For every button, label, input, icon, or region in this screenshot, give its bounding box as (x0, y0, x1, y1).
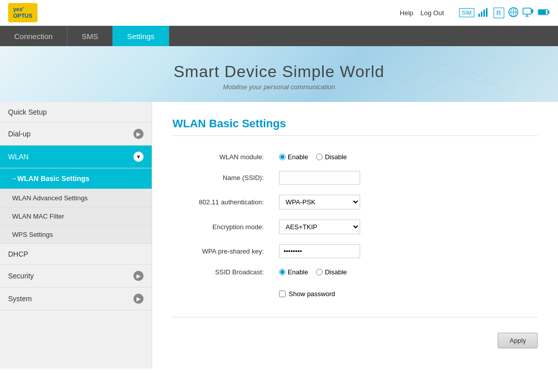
globe-icon (508, 7, 518, 19)
sidebar-item-wlan-basic-label: →WLAN Basic Settings (10, 174, 89, 183)
show-password-row: Show password (172, 281, 538, 307)
status-icons: SIM R (459, 7, 550, 19)
nav-bar: Connection SMS Settings (0, 26, 558, 46)
sidebar-item-dialup-label: Dial-up (8, 130, 30, 138)
svg-rect-14 (548, 11, 549, 14)
wlan-module-label: WLAN module: (172, 148, 274, 166)
form-divider (172, 317, 538, 317)
svg-rect-3 (486, 8, 487, 17)
ssid-broadcast-label: SSID Broadcast: (172, 263, 274, 281)
svg-rect-11 (532, 9, 533, 13)
wpa-key-row: WPA pre-shared key: (172, 239, 538, 263)
ssid-row: Name (SSID): (172, 166, 538, 190)
security-arrow-icon: ▶ (133, 271, 144, 281)
help-link[interactable]: Help (400, 9, 413, 17)
encryption-row: Encryption mode: AES+TKIP AES TKIP (172, 215, 538, 239)
banner-wave (279, 46, 558, 102)
main-layout: Quick Setup Dial-up ▶ WLAN ▼ →WLAN Basic… (0, 102, 558, 369)
ssid-broadcast-enable-text: Enable (288, 268, 308, 276)
r-icon: R (494, 8, 504, 18)
show-password-label[interactable]: Show password (279, 286, 533, 302)
wlan-module-radio-group: Enable Disable (279, 153, 533, 161)
sim-icon: SIM (459, 8, 474, 17)
sidebar-item-dialup[interactable]: Dial-up ▶ (0, 123, 152, 146)
dialup-arrow-icon: ▶ (133, 129, 144, 139)
sidebar-item-system[interactable]: System ▶ (0, 288, 152, 310)
ssid-broadcast-disable-radio[interactable] (316, 269, 323, 275)
monitor-icon (522, 8, 534, 18)
nav-sms[interactable]: SMS (67, 26, 113, 46)
logout-link[interactable]: Log Out (421, 9, 444, 17)
sidebar-item-wlan[interactable]: WLAN ▼ (0, 146, 152, 168)
encryption-label: Encryption mode: (172, 215, 274, 239)
wlan-module-row: WLAN module: Enable Disable (172, 148, 538, 166)
ssid-broadcast-enable-label[interactable]: Enable (279, 268, 308, 276)
sidebar-item-wlan-advanced-label: WLAN Advanced Settings (12, 194, 88, 202)
apply-row: Apply (172, 328, 538, 353)
show-password-checkbox[interactable] (279, 291, 286, 297)
settings-form: WLAN module: Enable Disable (172, 148, 538, 307)
logo-line1: yes' (13, 6, 32, 13)
sidebar-item-dhcp[interactable]: DHCP (0, 244, 152, 265)
wpa-key-label: WPA pre-shared key: (172, 239, 274, 263)
sidebar-item-system-label: System (8, 295, 32, 303)
logo-line2: OPTUS (13, 13, 32, 19)
auth-select[interactable]: WPA-PSK WPA2-PSK WPA-PSK/WPA2-PSK Open S… (279, 195, 360, 209)
ssid-broadcast-disable-text: Disable (325, 268, 346, 276)
wlan-enable-label[interactable]: Enable (279, 153, 308, 161)
sidebar-item-security-label: Security (8, 272, 34, 280)
sidebar-item-wps[interactable]: WPS Settings (0, 226, 152, 244)
sidebar-item-wlan-advanced[interactable]: WLAN Advanced Settings (0, 189, 152, 207)
nav-connection[interactable]: Connection (0, 26, 67, 46)
ssid-broadcast-radio-group: Enable Disable (279, 268, 533, 276)
auth-label: 802.11 authentication: (172, 190, 274, 215)
svg-rect-2 (483, 10, 485, 17)
top-bar: yes' OPTUS Help Log Out SIM R (0, 0, 558, 26)
signal-icon (478, 8, 490, 18)
apply-button[interactable]: Apply (498, 333, 538, 348)
wlan-enable-text: Enable (288, 153, 308, 161)
battery-icon (538, 8, 550, 18)
nav-settings[interactable]: Settings (113, 26, 169, 46)
wlan-disable-text: Disable (325, 153, 346, 161)
top-links: Help Log Out (400, 9, 444, 17)
sidebar-item-dhcp-label: DHCP (8, 250, 28, 258)
logo: yes' OPTUS (8, 3, 38, 22)
ssid-label: Name (SSID): (172, 166, 274, 190)
sidebar-item-quick-setup[interactable]: Quick Setup (0, 102, 152, 123)
svg-rect-8 (523, 8, 531, 14)
svg-rect-1 (481, 12, 482, 17)
wlan-enable-radio[interactable] (279, 154, 286, 160)
ssid-broadcast-enable-radio[interactable] (279, 269, 286, 275)
system-arrow-icon: ▶ (133, 294, 144, 304)
svg-rect-0 (478, 14, 480, 17)
svg-rect-13 (539, 10, 546, 14)
sidebar-item-wlan-basic[interactable]: →WLAN Basic Settings (0, 168, 152, 189)
wlan-arrow-icon: ▼ (133, 152, 144, 162)
wlan-disable-label[interactable]: Disable (316, 153, 346, 161)
sidebar-item-wlan-label: WLAN (8, 153, 28, 161)
encryption-select[interactable]: AES+TKIP AES TKIP (279, 220, 360, 234)
page-title: WLAN Basic Settings (172, 117, 538, 136)
sidebar-item-wlan-mac-label: WLAN MAC Filter (12, 212, 64, 220)
wpa-key-input[interactable] (279, 244, 360, 258)
ssid-broadcast-row: SSID Broadcast: Enable Disable (172, 263, 538, 281)
wlan-disable-radio[interactable] (316, 154, 323, 160)
sidebar-item-wps-label: WPS Settings (12, 231, 53, 238)
auth-row: 802.11 authentication: WPA-PSK WPA2-PSK … (172, 190, 538, 215)
sidebar: Quick Setup Dial-up ▶ WLAN ▼ →WLAN Basic… (0, 102, 152, 369)
top-right: Help Log Out SIM R (400, 7, 550, 19)
ssid-input[interactable] (279, 171, 360, 185)
sidebar-item-quick-setup-label: Quick Setup (8, 108, 47, 116)
ssid-broadcast-disable-label[interactable]: Disable (316, 268, 346, 276)
content-area: WLAN Basic Settings WLAN module: Enable … (152, 102, 558, 369)
show-password-text: Show password (289, 290, 335, 298)
sidebar-item-security[interactable]: Security ▶ (0, 265, 152, 288)
banner: Smart Device Simple World Mobilise your … (0, 46, 558, 102)
sidebar-item-wlan-mac[interactable]: WLAN MAC Filter (0, 207, 152, 226)
